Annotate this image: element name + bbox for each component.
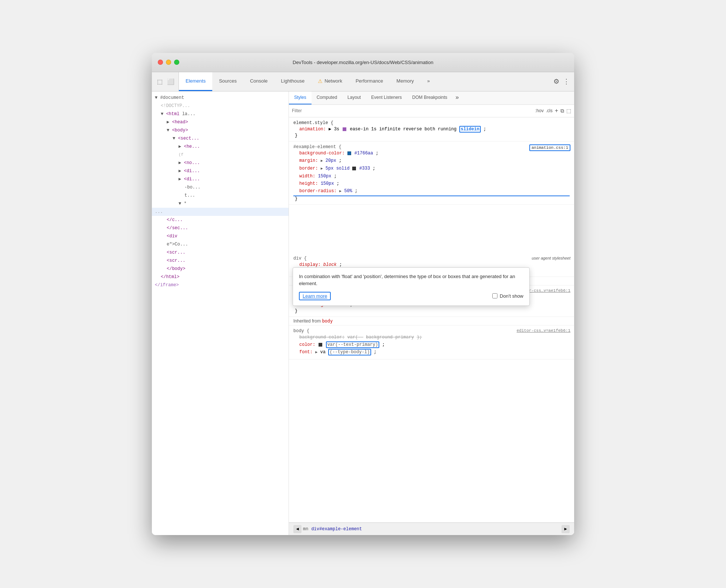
filter-bar: :hov .cls + ⧉ ⬚ xyxy=(289,105,574,117)
radius-expand[interactable]: ▶ xyxy=(339,189,342,193)
filter-input[interactable] xyxy=(292,108,532,113)
list-item[interactable]: </sec... xyxy=(152,224,289,232)
css-prop-margin[interactable]: margin: ▶ 20px ; xyxy=(293,157,570,165)
list-item[interactable]: ▶ <di... xyxy=(152,167,289,175)
sub-tab-layout[interactable]: Layout xyxy=(342,91,366,104)
tab-performance[interactable]: Performance xyxy=(349,72,390,91)
list-item[interactable]: (f xyxy=(152,151,289,159)
dont-show-checkbox[interactable] xyxy=(492,293,497,298)
css-block-body: editor-css…v=ae1feb6:1 body { background… xyxy=(289,325,574,360)
toolbar-right: ⚙ ⋮ xyxy=(549,72,574,91)
css-selector-example: #example-element { xyxy=(293,144,570,150)
list-item[interactable]: <!DOCTYP... xyxy=(152,102,289,110)
list-item: ... xyxy=(152,208,289,216)
font-expand[interactable]: ▶ xyxy=(315,350,317,354)
elements-tree: ▼ #document <!DOCTYP... ▼ <html la... ▶ … xyxy=(152,91,289,291)
list-item[interactable]: ▼ <body> xyxy=(152,126,289,134)
devtools-toolbar: ⬚ ⬜ Elements Sources Console Lighthouse … xyxy=(152,72,574,91)
list-item[interactable]: ▶ <he... xyxy=(152,143,289,151)
tab-sources[interactable]: Sources xyxy=(212,72,243,91)
maximize-button[interactable] xyxy=(174,60,179,65)
tab-lighthouse[interactable]: Lighthouse xyxy=(274,72,312,91)
sub-tab-dom-breakpoints[interactable]: DOM Breakpoints xyxy=(407,91,453,104)
list-item[interactable]: </iframe> xyxy=(152,281,289,289)
tab-elements[interactable]: Elements xyxy=(179,72,212,91)
settings-icon[interactable]: ⚙ xyxy=(553,77,559,86)
list-item[interactable]: e">Co... xyxy=(152,240,289,248)
css-property-animation[interactable]: animation: ▶ 3s ease-in 1s infinite reve… xyxy=(293,126,570,133)
tab-network[interactable]: ⚠ Network xyxy=(311,72,349,91)
dont-show-label: Don't show xyxy=(500,293,523,299)
sub-tab-styles-label: Styles xyxy=(294,95,306,100)
list-item[interactable]: ▼ * xyxy=(152,200,289,208)
body-color-value: var(--text-primary) xyxy=(326,341,380,348)
sub-tab-more[interactable]: » xyxy=(453,91,462,104)
list-item[interactable]: -bo... xyxy=(152,183,289,191)
list-item[interactable]: </html> xyxy=(152,273,289,281)
elements-panel: ▼ #document <!DOCTYP... ▼ <html la... ▶ … xyxy=(152,91,289,535)
list-item[interactable]: ▼ <html la... xyxy=(152,110,289,118)
learn-more-link[interactable]: Learn more xyxy=(299,292,331,300)
hov-button[interactable]: :hov xyxy=(535,108,544,113)
body-font-value: (--type-body-l) xyxy=(328,349,371,355)
list-item[interactable]: ▶ <di... xyxy=(152,175,289,183)
body-color-swatch xyxy=(319,343,322,347)
margin-expand[interactable]: ▶ xyxy=(321,159,323,163)
main-content: ▼ #document <!DOCTYP... ▼ <html la... ▶ … xyxy=(152,91,574,535)
border-expand[interactable]: ▶ xyxy=(321,167,323,171)
sub-tab-event-listeners[interactable]: Event Listeners xyxy=(366,91,407,104)
css-source-animation[interactable]: animation.css:1 xyxy=(529,144,570,151)
list-item[interactable]: </c... xyxy=(152,216,289,224)
more-options-icon[interactable]: ⋮ xyxy=(563,77,570,86)
list-item[interactable]: ▼ #document xyxy=(152,94,289,102)
breadcrumb-mn[interactable]: mn xyxy=(302,527,310,532)
cls-button[interactable]: .cls xyxy=(546,108,553,113)
inspector-icon[interactable]: ⬚ xyxy=(156,77,164,86)
tab-elements-label: Elements xyxy=(186,78,206,84)
sub-tab-computed[interactable]: Computed xyxy=(312,91,342,104)
css-prop-width[interactable]: width: 150px ; xyxy=(293,173,570,180)
css-prop-border-radius[interactable]: border-radius: ▶ 50% ; xyxy=(293,187,570,196)
add-rule-button[interactable]: + xyxy=(555,107,558,114)
device-icon[interactable]: ⬜ xyxy=(167,77,175,86)
css-prop-body-color[interactable]: color: var(--text-primary) ; xyxy=(293,341,570,348)
list-item[interactable]: t... xyxy=(152,191,289,200)
toggle-sidebar-button[interactable]: ⬚ xyxy=(566,108,571,114)
css-block-element-style: element.style { animation: ▶ 3s ease-in … xyxy=(289,117,574,141)
list-item[interactable]: <div xyxy=(152,232,289,240)
sub-tab-styles[interactable]: Styles xyxy=(289,91,312,104)
css-selector: element.style { xyxy=(293,120,570,126)
close-button[interactable] xyxy=(158,60,163,65)
list-item[interactable]: </body> xyxy=(152,265,289,273)
minimize-button[interactable] xyxy=(166,60,171,65)
tab-console[interactable]: Console xyxy=(243,72,274,91)
tab-more[interactable]: » xyxy=(420,72,436,91)
breadcrumb-right-arrow[interactable]: ▶ xyxy=(562,525,570,533)
css-block-example-element: animation.css:1 #example-element { backg… xyxy=(289,141,574,205)
dont-show-container: Don't show xyxy=(492,293,523,299)
body-link[interactable]: body xyxy=(322,318,333,324)
tooltip-text: In combination with 'float' and 'positio… xyxy=(299,273,523,287)
styles-content: element.style { animation: ▶ 3s ease-in … xyxy=(289,117,574,522)
list-item[interactable]: ▼ <sect... xyxy=(152,134,289,143)
css-prop-border[interactable]: border: ▶ 5px solid #333 ; xyxy=(293,165,570,173)
css-source-body[interactable]: editor-css…v=ae1feb6:1 xyxy=(517,328,570,333)
slidein-value: slidein xyxy=(459,126,481,133)
devtools-window: DevTools - developer.mozilla.org/en-US/d… xyxy=(152,53,574,535)
breadcrumb-example-element[interactable]: div#example-element xyxy=(310,527,363,532)
css-close-brace-output: } xyxy=(293,308,570,314)
list-item[interactable]: ▶ <no... xyxy=(152,159,289,167)
inherited-from-body: Inherited from body xyxy=(289,317,574,325)
copy-button[interactable]: ⧉ xyxy=(560,108,564,114)
css-prop-bg[interactable]: background-color: #1766aa ; xyxy=(293,150,570,157)
tab-console-label: Console xyxy=(250,78,268,84)
list-item[interactable]: ▶ <head> xyxy=(152,118,289,126)
css-prop-body-bg[interactable]: background-color: var(-- background-prim… xyxy=(293,334,570,341)
list-item[interactable]: <scr... xyxy=(152,257,289,265)
breadcrumb-left-arrow[interactable]: ◀ xyxy=(293,525,302,533)
list-item[interactable]: <scr... xyxy=(152,248,289,257)
filter-actions: :hov .cls + ⧉ ⬚ xyxy=(535,107,571,114)
css-prop-body-font[interactable]: font: ▶ va (--type-body-l) ; xyxy=(293,348,570,356)
css-prop-height[interactable]: height: 150px ; xyxy=(293,180,570,187)
tab-memory[interactable]: Memory xyxy=(390,72,420,91)
